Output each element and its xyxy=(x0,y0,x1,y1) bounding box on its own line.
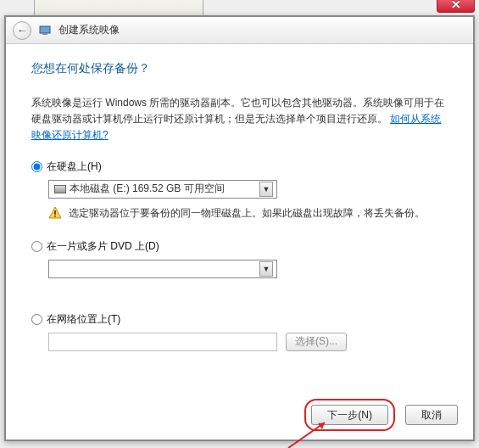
app-icon xyxy=(38,24,52,37)
svg-rect-3 xyxy=(54,216,56,217)
hdd-drive-select[interactable]: 本地磁盘 (E:) 169.52 GB 可用空间 ▼ xyxy=(48,180,277,199)
titlebar: ← 创建系统映像 xyxy=(6,17,473,44)
dvd-drive-select[interactable]: ▼ xyxy=(48,260,277,278)
svg-rect-1 xyxy=(42,33,47,35)
arrow-left-icon: ← xyxy=(17,24,28,36)
page-description: 系统映像是运行 Windows 所需的驱动器副本。它也可以包含其他驱动器。系统映… xyxy=(31,95,448,144)
content-area: 您想在何处保存备份？ 系统映像是运行 Windows 所需的驱动器副本。它也可以… xyxy=(6,44,473,377)
next-button[interactable]: 下一步(N) xyxy=(311,405,388,425)
hdd-warning-text: 选定驱动器位于要备份的同一物理磁盘上。如果此磁盘出现故障，将丢失备份。 xyxy=(69,205,425,221)
cancel-button[interactable]: 取消 xyxy=(405,405,458,425)
disk-icon xyxy=(54,185,66,193)
page-heading: 您想在何处保存备份？ xyxy=(31,61,448,76)
option-hdd: 在硬盘上(H) 本地磁盘 (E:) 169.52 GB 可用空间 ▼ 选定驱动器… xyxy=(31,160,448,222)
option-network: 在网络位置上(T) 选择(S)... xyxy=(31,312,448,351)
annotation-highlight: 下一步(N) xyxy=(304,399,395,431)
radio-network-label[interactable]: 在网络位置上(T) xyxy=(47,312,120,327)
browse-button[interactable]: 选择(S)... xyxy=(286,333,347,351)
back-button[interactable]: ← xyxy=(13,21,31,40)
footer-buttons: 下一步(N) 取消 xyxy=(304,399,458,431)
window-title: 创建系统映像 xyxy=(58,23,120,37)
radio-dvd-label[interactable]: 在一片或多片 DVD 上(D) xyxy=(47,239,159,254)
hdd-warning: 选定驱动器位于要备份的同一物理磁盘上。如果此磁盘出现故障，将丢失备份。 xyxy=(48,205,447,222)
svg-rect-0 xyxy=(40,26,50,33)
radio-hdd[interactable] xyxy=(31,161,42,172)
radio-dvd[interactable] xyxy=(31,241,42,252)
chevron-down-icon: ▼ xyxy=(259,182,273,197)
svg-rect-2 xyxy=(54,210,56,215)
warning-icon xyxy=(48,206,62,222)
close-button[interactable]: ✕ xyxy=(437,0,475,13)
wizard-window: ← 创建系统映像 您想在何处保存备份？ 系统映像是运行 Windows 所需的驱… xyxy=(4,15,475,441)
radio-network[interactable] xyxy=(31,314,42,325)
network-path-input[interactable] xyxy=(48,333,277,351)
option-dvd: 在一片或多片 DVD 上(D) ▼ xyxy=(31,239,448,278)
radio-hdd-label[interactable]: 在硬盘上(H) xyxy=(47,160,102,174)
chevron-down-icon: ▼ xyxy=(259,261,273,277)
